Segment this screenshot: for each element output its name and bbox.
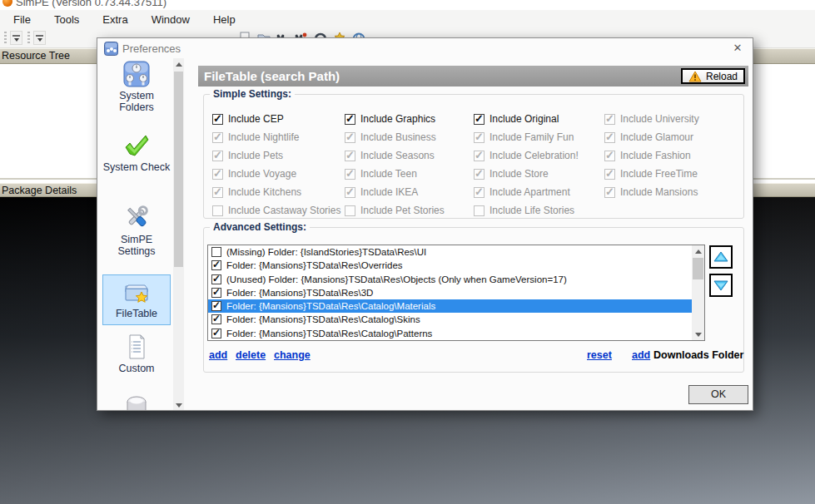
add-link[interactable]: add (209, 349, 227, 361)
checkbox-icon[interactable] (212, 114, 223, 125)
simple-setting[interactable]: Include Pets (212, 146, 340, 165)
menu-tools[interactable]: Tools (46, 12, 87, 27)
scroll-down-icon[interactable] (692, 329, 704, 340)
simple-setting[interactable]: Include Graphics (345, 110, 445, 128)
resource-tree-label: Resource Tree (2, 50, 70, 62)
menu-extra[interactable]: Extra (94, 12, 136, 27)
simple-setting[interactable]: Include Family Fun (474, 128, 579, 146)
move-down-button[interactable] (709, 274, 733, 297)
simple-setting[interactable]: Include Business (345, 128, 445, 146)
list-scrollbar-thumb[interactable] (693, 258, 703, 279)
simple-setting[interactable]: Include Teen (345, 165, 445, 183)
reload-button[interactable]: Reload (681, 68, 745, 84)
scroll-up-icon[interactable] (173, 58, 184, 71)
close-icon[interactable]: ✕ (731, 42, 744, 54)
checkbox-icon[interactable] (211, 288, 221, 298)
checkbox-icon[interactable] (345, 114, 355, 125)
checkbox-icon[interactable] (211, 260, 221, 270)
list-actions: add delete change reset add Downloads Fo… (204, 349, 745, 368)
section-title: FileTable (search Path) (198, 66, 748, 86)
checkbox-icon[interactable] (604, 151, 615, 161)
reset-link[interactable]: reset (587, 349, 612, 361)
filetable-list[interactable]: (Missing) Folder: {IslandStories}TSData\… (207, 245, 705, 341)
checkbox-icon[interactable] (604, 132, 615, 143)
checkbox-icon[interactable] (604, 114, 615, 125)
sidebar-item-system-check[interactable]: System Check (102, 132, 171, 173)
checkbox-icon[interactable] (211, 274, 221, 284)
simple-setting[interactable]: Include Store (474, 165, 579, 183)
checkbox-icon[interactable] (212, 151, 223, 161)
simple-setting[interactable]: Include CEP (212, 110, 340, 128)
simple-setting[interactable]: Include Original (474, 110, 579, 128)
checkbox-icon[interactable] (474, 151, 485, 161)
sidebar-item-simpe-settings[interactable]: SimPE Settings (102, 203, 171, 257)
menu-file[interactable]: File (5, 12, 39, 27)
simple-setting[interactable]: Include Nightlife (212, 128, 340, 146)
simple-setting[interactable]: Include Celebration! (474, 146, 579, 165)
simple-setting[interactable]: Include IKEA (345, 183, 445, 201)
checkbox-icon[interactable] (345, 151, 355, 161)
filetable-entry[interactable]: Folder: {Mansions}TSData\Res\Catalog\Mat… (208, 299, 704, 313)
checkbox-icon[interactable] (212, 132, 223, 143)
simple-setting[interactable]: Include Glamour (604, 128, 699, 146)
checkbox-icon[interactable] (211, 329, 221, 338)
simple-setting[interactable]: Include Fashion (604, 146, 699, 165)
checkbox-icon[interactable] (474, 187, 485, 198)
delete-link[interactable]: delete (236, 349, 266, 361)
simple-setting[interactable]: Include Seasons (345, 146, 445, 165)
scroll-down-icon[interactable] (173, 399, 184, 411)
add-downloads-link[interactable]: add (632, 349, 650, 361)
checkbox-icon[interactable] (345, 169, 355, 180)
filetable-entry[interactable]: Folder: {Mansions}TSData\Res\Catalog\Ski… (208, 313, 704, 326)
filetable-entry[interactable]: Folder: {Mansions}TSData\Res\Overrides (208, 259, 704, 272)
simple-setting[interactable]: Include Apartment (474, 183, 579, 201)
sidebar-scrollbar-thumb[interactable] (174, 72, 183, 267)
checkbox-icon[interactable] (212, 169, 223, 180)
simple-setting[interactable]: Include Castaway Stories (212, 201, 340, 220)
up-triangle-icon (713, 250, 729, 264)
change-link[interactable]: change (274, 349, 311, 361)
checkbox-icon[interactable] (345, 205, 355, 216)
simple-setting[interactable]: Include Mansions (604, 183, 699, 201)
list-scrollbar[interactable] (692, 245, 704, 340)
filetable-entry[interactable]: (Unused) Folder: {Mansions}TSData\Res\Ob… (208, 273, 704, 286)
move-up-button[interactable] (709, 245, 733, 269)
menu-window[interactable]: Window (143, 12, 198, 27)
filetable-entry[interactable]: (Missing) Folder: {IslandStories}TSData\… (208, 245, 704, 259)
simple-setting[interactable]: Include Pet Stories (345, 201, 445, 220)
ok-button[interactable]: OK (688, 385, 748, 404)
checkbox-icon[interactable] (211, 314, 221, 324)
filetable-entry[interactable]: Folder: {Mansions}TSData\Res\3D (208, 286, 704, 299)
sidebar-item-filetable[interactable]: FileTable (102, 274, 171, 325)
checkbox-icon[interactable] (212, 187, 223, 198)
sidebar-item-system-folders[interactable]: System Folders (102, 61, 171, 113)
menu-help[interactable]: Help (205, 12, 244, 27)
sidebar-item-custom[interactable]: Custom (102, 334, 171, 374)
simple-setting[interactable]: Include Voyage (212, 165, 340, 183)
checkbox-icon[interactable] (474, 114, 485, 125)
preferences-dialog: Preferences ✕ System Folders System C (97, 37, 753, 411)
custom-icon (122, 334, 151, 360)
scroll-up-icon[interactable] (692, 245, 704, 257)
toolbar-grip[interactable] (4, 32, 7, 44)
simple-setting[interactable]: Include University (604, 110, 699, 128)
filetable-entry[interactable]: Folder: {Mansions}TSData\Res\Catalog\Pat… (208, 327, 704, 340)
toolbar-dropdown-button[interactable] (33, 31, 46, 45)
checkbox-icon[interactable] (474, 132, 485, 143)
simple-setting[interactable]: Include FreeTime (604, 165, 699, 183)
checkbox-icon[interactable] (604, 169, 615, 180)
checkbox-icon[interactable] (474, 205, 485, 216)
sidebar-scrollbar[interactable] (173, 58, 184, 411)
sidebar-item-database-partial[interactable] (102, 394, 171, 411)
checkbox-icon[interactable] (474, 169, 485, 180)
toolbar-grip[interactable] (27, 32, 30, 44)
toolbar-dropdown-button[interactable] (10, 31, 22, 45)
simple-setting[interactable]: Include Life Stories (474, 201, 579, 220)
simple-setting[interactable]: Include Kitchens (212, 183, 340, 201)
checkbox-icon[interactable] (211, 247, 221, 257)
checkbox-icon[interactable] (604, 187, 615, 198)
checkbox-icon[interactable] (211, 301, 221, 311)
checkbox-icon[interactable] (345, 187, 355, 198)
checkbox-icon[interactable] (212, 205, 223, 216)
checkbox-icon[interactable] (345, 132, 355, 143)
